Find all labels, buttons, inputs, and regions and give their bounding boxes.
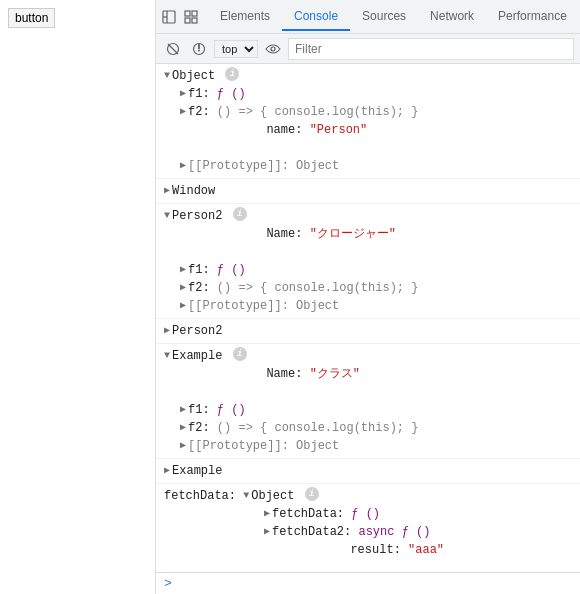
console-entry-window: Window [156,179,580,204]
person2-name: Name: "クロージャー" [164,225,580,261]
proto-expand-icon[interactable] [180,437,186,455]
page-button[interactable]: button [8,8,55,28]
prop-expand-icon[interactable] [264,523,270,541]
prop-expand-icon[interactable] [180,401,186,419]
svg-rect-6 [192,18,197,23]
console-entry-example: Example i Name: "クラス" f1: ƒ () f2: () =>… [156,344,580,459]
expand-icon[interactable] [164,322,170,340]
tab-console[interactable]: Console [282,3,350,31]
expand-icon[interactable] [243,487,249,505]
console-entry-fetchdata: fetchData: Object i fetchData: ƒ () fetc… [156,484,580,572]
fetchdata-fetchData2[interactable]: fetchData2: async ƒ () [164,523,580,541]
context-selector[interactable]: top [214,40,258,58]
example-f2[interactable]: f2: () => { console.log(this); } [164,419,580,437]
console-prompt[interactable]: > [164,576,172,591]
example-header[interactable]: Example i [164,347,580,365]
tab-performance[interactable]: Performance [486,3,579,31]
expand-icon[interactable] [164,182,170,200]
prop-expand-icon[interactable] [180,419,186,437]
object1-name: name: "Person" [164,121,580,157]
console-output: Object i f1: ƒ () f2: () => { console.lo… [156,64,580,572]
tab-network[interactable]: Network [418,3,486,31]
expand-icon[interactable] [164,347,170,365]
fetchdata-header[interactable]: fetchData: Object i [164,487,580,505]
prop-expand-icon[interactable] [180,103,186,121]
console-bottom-bar: > [156,572,580,594]
console-entry-example-collapsed: Example [156,459,580,484]
clear-console-button[interactable] [162,38,184,60]
window-header[interactable]: Window [164,182,580,200]
example-collapsed-header[interactable]: Example [164,462,580,480]
example-name: Name: "クラス" [164,365,580,401]
tab-sources[interactable]: Sources [350,3,418,31]
svg-rect-4 [192,11,197,16]
object1-proto[interactable]: [[Prototype]]: Object [164,157,580,175]
filter-input[interactable] [288,38,574,60]
svg-point-11 [198,49,200,51]
proto-expand-icon[interactable] [180,297,186,315]
person2-f1[interactable]: f1: ƒ () [164,261,580,279]
inspect-icon[interactable] [182,8,200,26]
prop-expand-icon[interactable] [180,85,186,103]
console-entry-person2-collapsed: Person2 [156,319,580,344]
console-entry-object1: Object i f1: ƒ () f2: () => { console.lo… [156,64,580,179]
object1-header[interactable]: Object i [164,67,580,85]
filter-button[interactable] [188,38,210,60]
example-proto[interactable]: [[Prototype]]: Object [164,437,580,455]
prop-expand-icon[interactable] [180,261,186,279]
fetchdata-fetchData[interactable]: fetchData: ƒ () [164,505,580,523]
console-entry-person2: Person2 i Name: "クロージャー" f1: ƒ () f2: ()… [156,204,580,319]
proto-expand-icon[interactable] [180,157,186,175]
person2-header[interactable]: Person2 i [164,207,580,225]
svg-rect-5 [185,18,190,23]
console-toolbar: top [156,34,580,64]
devtools-tabs: Elements Console Sources Network Perform… [156,0,580,34]
expand-icon[interactable] [164,67,170,85]
expand-icon[interactable] [164,462,170,480]
devtools-icon[interactable] [160,8,178,26]
object1-f2[interactable]: f2: () => { console.log(this); } [164,103,580,121]
person2-f2[interactable]: f2: () => { console.log(this); } [164,279,580,297]
expand-icon[interactable] [164,207,170,225]
object1-f1[interactable]: f1: ƒ () [164,85,580,103]
fetchdata-result: result: "aaa" [164,541,580,572]
person2-collapsed-header[interactable]: Person2 [164,322,580,340]
eye-icon[interactable] [262,38,284,60]
prop-expand-icon[interactable] [264,505,270,523]
person2-proto[interactable]: [[Prototype]]: Object [164,297,580,315]
svg-rect-3 [185,11,190,16]
example-f1[interactable]: f1: ƒ () [164,401,580,419]
svg-point-12 [271,47,275,51]
prop-expand-icon[interactable] [180,279,186,297]
tab-elements[interactable]: Elements [208,3,282,31]
